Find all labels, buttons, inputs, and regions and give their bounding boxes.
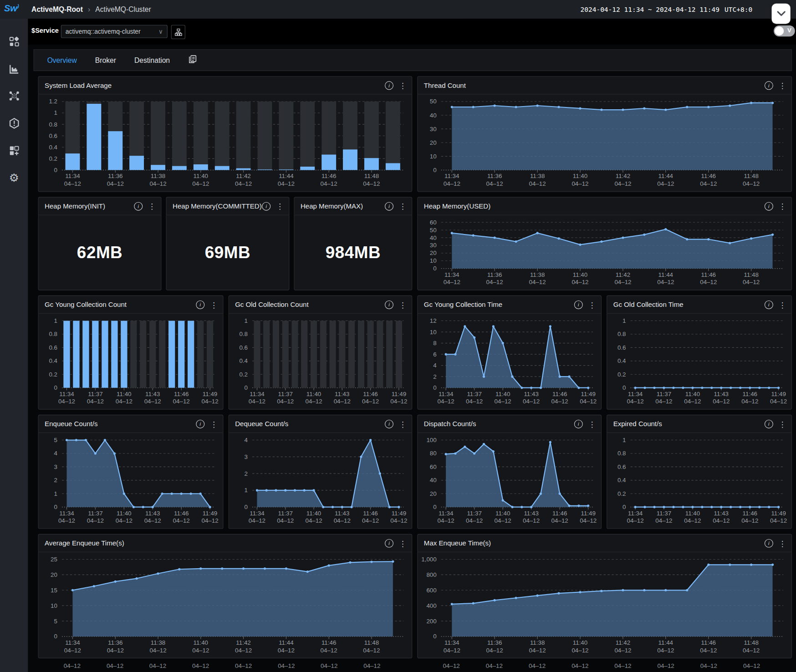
info-icon[interactable]: i xyxy=(385,202,393,210)
expired-count-chart[interactable]: 00.20.40.60.8111:3404–1211:3704–1211:400… xyxy=(607,433,791,529)
info-icon[interactable]: i xyxy=(196,300,204,309)
svg-text:6: 6 xyxy=(433,351,436,358)
svg-text:04–12: 04–12 xyxy=(684,517,701,524)
panel-title: Heap Memory(INIT) xyxy=(45,202,105,210)
kebab-menu-icon[interactable]: ⋮ xyxy=(399,539,407,547)
svg-text:11:36: 11:36 xyxy=(108,639,122,646)
topology-icon[interactable] xyxy=(0,87,28,105)
info-icon[interactable]: i xyxy=(765,202,773,210)
time-range[interactable]: 2024-04-12 11:34 ~ 2024-04-12 11:49 UTC+… xyxy=(581,0,753,18)
svg-text:04–12: 04–12 xyxy=(466,398,483,405)
breadcrumb-current[interactable]: ActiveMQ-Cluster xyxy=(95,5,151,13)
svg-text:11:43: 11:43 xyxy=(524,391,538,397)
kebab-menu-icon[interactable]: ⋮ xyxy=(779,202,786,210)
kebab-menu-icon[interactable]: ⋮ xyxy=(779,539,786,547)
tab-bar: Overview Broker Destination xyxy=(34,49,792,71)
info-icon[interactable]: i xyxy=(385,419,393,428)
svg-text:11:43: 11:43 xyxy=(524,510,538,517)
copy-dashboard-icon[interactable] xyxy=(188,55,197,65)
enqueue-count-chart[interactable]: 01234511:3404–1211:3704–1211:4004–1211:4… xyxy=(39,433,223,529)
svg-text:04–12: 04–12 xyxy=(438,398,454,405)
service-topology-button[interactable] xyxy=(171,25,185,39)
view-toggle-label: V xyxy=(787,27,791,34)
svg-text:04–12: 04–12 xyxy=(149,647,166,654)
info-icon[interactable]: i xyxy=(765,539,773,547)
info-icon[interactable]: i xyxy=(765,300,773,309)
gc-young-time-chart[interactable]: 02468101211:3404–1211:3704–1211:4004–121… xyxy=(418,314,601,409)
info-icon[interactable]: i xyxy=(385,300,393,309)
tab-overview[interactable]: Overview xyxy=(47,56,77,64)
kebab-menu-icon[interactable]: ⋮ xyxy=(399,81,407,89)
svg-text:04–12: 04–12 xyxy=(627,517,643,524)
info-icon[interactable]: i xyxy=(765,81,773,90)
info-icon[interactable]: i xyxy=(574,419,583,428)
kebab-menu-icon[interactable]: ⋮ xyxy=(210,301,218,309)
panel-thread-count: Thread Count i⋮ 0102030405011:3404–1211:… xyxy=(417,76,792,192)
svg-text:04–12: 04–12 xyxy=(444,279,460,285)
kebab-menu-icon[interactable]: ⋮ xyxy=(399,301,407,309)
kebab-menu-icon[interactable]: ⋮ xyxy=(148,202,156,210)
panel-dispatch-count: Dispatch Count/s i⋮ 02040608010011:3404–… xyxy=(417,415,602,529)
svg-text:0.8: 0.8 xyxy=(617,331,626,337)
avg-enqueue-time-chart[interactable]: 051015202511:3404–1211:3604–1211:3804–12… xyxy=(39,552,412,658)
heap-used-chart[interactable]: 010203040506011:3404–1211:3604–1211:3804… xyxy=(418,215,791,290)
svg-text:30: 30 xyxy=(430,242,437,249)
kebab-menu-icon[interactable]: ⋮ xyxy=(779,301,786,309)
breadcrumb-root[interactable]: ActiveMQ-Root xyxy=(31,5,83,13)
svg-text:100: 100 xyxy=(426,437,436,443)
kebab-menu-icon[interactable]: ⋮ xyxy=(779,420,786,428)
svg-text:04–12: 04–12 xyxy=(305,398,322,405)
marketplace-icon[interactable] xyxy=(0,32,28,51)
dashboard-add-icon[interactable] xyxy=(0,142,28,160)
settings-icon[interactable]: ⚙ xyxy=(0,169,28,187)
alert-icon[interactable] xyxy=(0,114,28,132)
info-icon[interactable]: i xyxy=(385,81,393,90)
info-icon[interactable]: i xyxy=(765,419,773,428)
tab-broker[interactable]: Broker xyxy=(95,56,116,64)
view-toggle[interactable]: V xyxy=(774,25,795,37)
svg-text:11:37: 11:37 xyxy=(88,391,102,397)
svg-text:400: 400 xyxy=(426,602,436,609)
kebab-menu-icon[interactable]: ⋮ xyxy=(276,202,284,210)
kebab-menu-icon[interactable]: ⋮ xyxy=(588,420,596,428)
skywalking-logo[interactable]: Sw) xyxy=(4,3,19,14)
kebab-menu-icon[interactable]: ⋮ xyxy=(779,81,786,89)
svg-text:11:34: 11:34 xyxy=(59,510,74,517)
collapse-header-button[interactable] xyxy=(771,4,790,24)
bar-chart-icon[interactable] xyxy=(0,60,28,78)
dispatch-count-chart[interactable]: 02040608010011:3404–1211:3704–1211:4004–… xyxy=(418,433,601,529)
kebab-menu-icon[interactable]: ⋮ xyxy=(210,420,218,428)
dequeue-count-chart[interactable]: 0123411:3404–1211:3704–1211:4004–1211:43… xyxy=(229,433,412,529)
service-select[interactable]: activemq::activemq-cluster ∨ xyxy=(61,25,168,38)
svg-text:04–12: 04–12 xyxy=(523,517,540,524)
thread-count-chart[interactable]: 0102030405011:3404–1211:3604–1211:3804–1… xyxy=(418,94,791,191)
info-icon[interactable]: i xyxy=(196,419,204,428)
svg-text:04–12: 04–12 xyxy=(277,517,294,524)
svg-text:11:48: 11:48 xyxy=(744,271,758,278)
svg-text:04–12: 04–12 xyxy=(770,517,787,524)
max-enqueue-time-chart[interactable]: 02004006008001,00011:3404–1211:3604–1211… xyxy=(418,552,791,658)
kebab-menu-icon[interactable]: ⋮ xyxy=(399,420,407,428)
svg-text:0: 0 xyxy=(433,633,436,640)
info-icon[interactable]: i xyxy=(262,202,270,210)
service-toolbar: $Service activemq::activemq-cluster ∨ V xyxy=(28,18,796,45)
info-icon[interactable]: i xyxy=(134,202,143,210)
svg-text:0.8: 0.8 xyxy=(617,450,626,457)
heap-max-value: 984MB xyxy=(326,243,381,262)
svg-text:11:38: 11:38 xyxy=(530,271,545,278)
gc-old-count-chart[interactable]: 00.20.40.60.8111:3404–1211:3704–1211:400… xyxy=(229,314,412,409)
info-icon[interactable]: i xyxy=(385,539,393,547)
tab-destination[interactable]: Destination xyxy=(134,56,170,64)
svg-text:25: 25 xyxy=(51,556,57,563)
info-icon[interactable]: i xyxy=(574,300,583,309)
panel-avg-enqueue-time: Average Enqueue Time(s) i⋮ 051015202511:… xyxy=(38,534,413,658)
kebab-menu-icon[interactable]: ⋮ xyxy=(588,301,596,309)
gc-young-count-chart[interactable]: 00.20.40.60.8111:3404–1211:3704–1211:400… xyxy=(39,314,223,409)
svg-text:04–12: 04–12 xyxy=(116,517,133,524)
svg-text:60: 60 xyxy=(430,219,437,226)
gc-old-time-chart[interactable]: 00.20.40.60.8111:3404–1211:3704–1211:400… xyxy=(607,314,791,409)
kebab-menu-icon[interactable]: ⋮ xyxy=(399,202,407,210)
svg-text:10: 10 xyxy=(430,153,437,160)
system-load-chart[interactable]: 00.20.40.60.811.211:3404–1211:3604–1211:… xyxy=(39,94,412,191)
svg-text:11:40: 11:40 xyxy=(495,391,510,397)
